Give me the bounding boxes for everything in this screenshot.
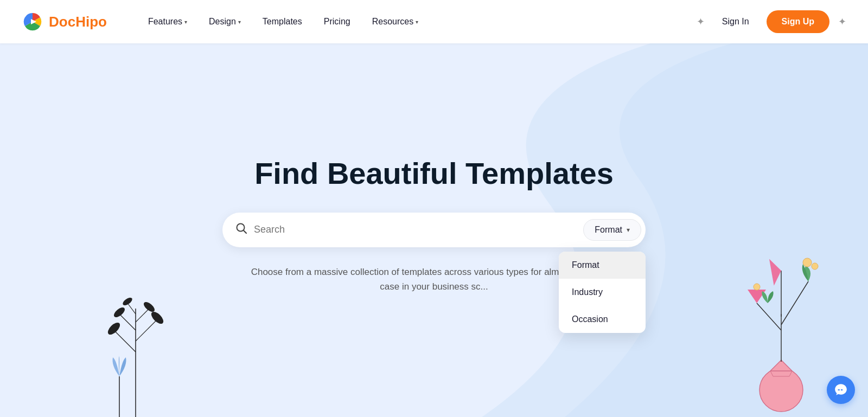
sparkle-right-icon: ✦ — [838, 16, 846, 28]
svg-point-16 — [760, 368, 803, 412]
dropdown-item-format[interactable]: Format — [559, 252, 646, 279]
nav-item-design[interactable]: Design ▾ — [200, 12, 250, 31]
svg-marker-17 — [770, 371, 792, 376]
hero-title: Find Beautiful Templates — [254, 156, 614, 191]
dropdown-item-occasion[interactable]: Occasion — [559, 306, 646, 333]
search-bar: Format ▾ — [222, 213, 646, 247]
logo-text: DocHipo — [49, 14, 107, 30]
signup-button[interactable]: Sign Up — [767, 10, 829, 33]
svg-marker-23 — [748, 290, 766, 303]
search-input[interactable] — [254, 224, 579, 235]
svg-line-21 — [781, 281, 808, 325]
search-container: Format ▾ Format Industry Occasion — [222, 213, 646, 247]
svg-point-24 — [754, 284, 760, 290]
svg-point-25 — [803, 258, 812, 267]
svg-line-20 — [757, 303, 781, 330]
design-chevron-icon: ▾ — [238, 19, 241, 25]
svg-point-10 — [106, 320, 122, 337]
hero-section: Find Beautiful Templates Format ▾ Format… — [0, 43, 868, 417]
svg-line-9 — [127, 303, 136, 314]
svg-line-8 — [136, 309, 149, 322]
sparkle-left-icon: ✦ — [697, 16, 705, 28]
svg-point-26 — [812, 263, 818, 270]
search-icon — [235, 222, 247, 237]
resources-chevron-icon: ▾ — [416, 19, 418, 25]
svg-point-13 — [142, 300, 156, 314]
logo[interactable]: DocHipo — [22, 11, 107, 33]
svg-line-5 — [114, 330, 136, 352]
decorative-plant-left — [87, 276, 184, 417]
svg-point-12 — [112, 306, 126, 319]
nav-item-templates[interactable]: Templates — [254, 12, 311, 31]
svg-point-14 — [122, 296, 133, 307]
features-chevron-icon: ▾ — [184, 19, 187, 25]
nav-right: ✦ Sign In Sign Up ✦ — [697, 10, 846, 33]
nav-item-features[interactable]: Features ▾ — [139, 12, 196, 31]
dropdown-item-industry[interactable]: Industry — [559, 279, 646, 306]
format-chevron-icon: ▾ — [627, 226, 630, 234]
signin-button[interactable]: Sign In — [713, 12, 758, 31]
chat-bubble-button[interactable] — [827, 376, 855, 404]
svg-point-11 — [149, 310, 165, 326]
format-dropdown-button[interactable]: Format ▾ — [583, 219, 641, 241]
svg-line-6 — [136, 319, 157, 341]
svg-marker-27 — [769, 257, 783, 285]
navbar: DocHipo Features ▾ Design ▾ Templates Pr… — [0, 0, 868, 43]
svg-line-7 — [119, 314, 136, 330]
format-dropdown-menu: Format Industry Occasion — [559, 252, 646, 333]
nav-item-resources[interactable]: Resources ▾ — [363, 12, 427, 31]
svg-line-3 — [244, 230, 246, 233]
nav-item-pricing[interactable]: Pricing — [315, 12, 359, 31]
logo-icon — [22, 11, 43, 33]
nav-links: Features ▾ Design ▾ Templates Pricing Re… — [139, 12, 697, 31]
svg-marker-18 — [770, 360, 792, 371]
decorative-vase-right — [727, 233, 835, 417]
chat-icon — [834, 383, 848, 397]
